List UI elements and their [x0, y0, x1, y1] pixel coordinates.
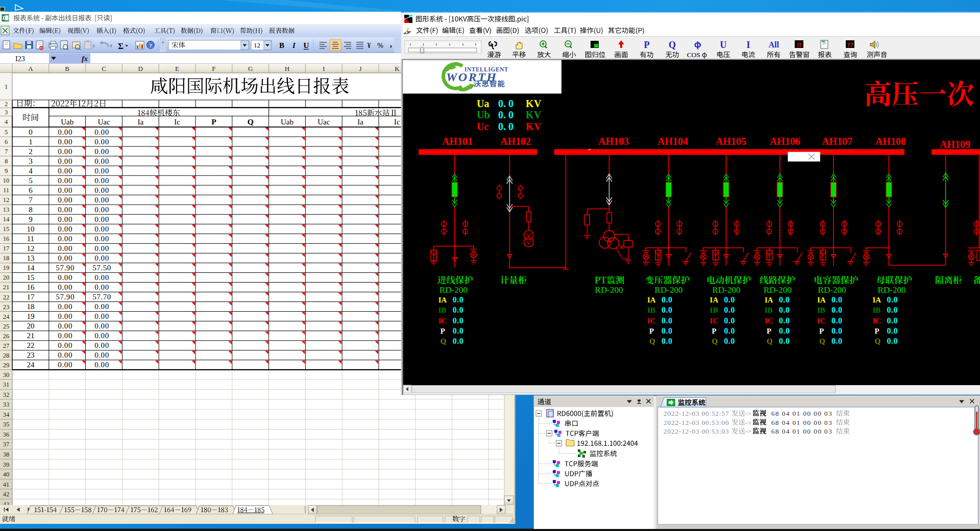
svg-text:0.00: 0.00 [58, 215, 72, 223]
svg-text:23: 23 [3, 304, 10, 311]
svg-text:K: K [395, 65, 400, 72]
svg-text:0.00: 0.00 [94, 186, 109, 194]
svg-text:IC: IC [873, 317, 881, 325]
svg-text:0.00: 0.00 [94, 283, 109, 291]
svg-text:IA: IA [710, 296, 719, 304]
svg-text:0.0: 0.0 [779, 337, 790, 345]
svg-text:Σ: Σ [118, 41, 124, 51]
svg-text:Uac: Uac [97, 118, 110, 126]
svg-text:2: 2 [29, 147, 33, 156]
svg-text:AH109: AH109 [940, 139, 970, 150]
svg-text:1: 1 [5, 83, 8, 90]
svg-text:0.00: 0.00 [58, 341, 72, 349]
svg-text:I23: I23 [15, 55, 25, 63]
svg-text:0.00: 0.00 [94, 341, 109, 349]
svg-text:57.50: 57.50 [92, 264, 111, 272]
svg-text:0. 0: 0. 0 [498, 98, 513, 109]
svg-text:IB: IB [710, 306, 718, 314]
svg-text:Uc: Uc [477, 121, 488, 132]
svg-text:6: 6 [29, 186, 33, 194]
svg-text:P: P [644, 40, 650, 50]
svg-text:0.0: 0.0 [779, 295, 790, 304]
svg-text:0.00: 0.00 [58, 312, 72, 320]
svg-text:P: P [649, 327, 654, 335]
svg-text:G: G [248, 65, 253, 72]
svg-text:2022-12-03 00:53:00: 2022-12-03 00:53:00 [664, 419, 729, 426]
svg-text:!!: !! [797, 41, 801, 48]
svg-text:0.0: 0.0 [724, 295, 736, 304]
svg-text:23: 23 [27, 351, 34, 359]
svg-text:1: 1 [29, 138, 33, 146]
svg-text:Q: Q [767, 337, 773, 345]
svg-text:P: P [211, 117, 216, 126]
svg-text:Uab: Uab [281, 118, 293, 126]
svg-text:Ua: Ua [477, 98, 489, 109]
svg-text:IC: IC [765, 317, 773, 325]
svg-text:28: 28 [3, 352, 10, 359]
svg-text:39: 39 [3, 461, 10, 468]
svg-text:4: 4 [29, 167, 33, 175]
svg-text:2022-12-03 00:52:57: 2022-12-03 00:52:57 [664, 410, 729, 417]
svg-text:0.00: 0.00 [94, 351, 109, 359]
svg-text:AH101: AH101 [442, 136, 473, 147]
svg-text:Q: Q [669, 40, 676, 50]
svg-text:0.0: 0.0 [831, 295, 843, 304]
svg-text:41: 41 [3, 481, 10, 488]
svg-text:C: C [102, 65, 106, 72]
svg-text:AH103: AH103 [598, 136, 629, 147]
svg-text:0.0: 0.0 [724, 326, 736, 335]
svg-text:2022-12-03 00:53:03: 2022-12-03 00:53:03 [664, 427, 729, 435]
svg-text:0.0: 0.0 [831, 316, 843, 325]
svg-text:12: 12 [254, 41, 260, 49]
svg-text:17: 17 [3, 245, 10, 252]
svg-text:0.0: 0.0 [662, 306, 673, 314]
svg-text:22: 22 [3, 294, 10, 301]
svg-text:24: 24 [27, 361, 35, 369]
svg-text:22: 22 [27, 341, 34, 349]
svg-text:0.00: 0.00 [94, 332, 109, 340]
svg-text:21: 21 [27, 332, 34, 340]
svg-text:I: I [746, 40, 750, 50]
svg-text:5: 5 [29, 176, 33, 185]
svg-text:0: 0 [29, 128, 33, 136]
svg-text:57.70: 57.70 [92, 293, 111, 301]
svg-text:0.0: 0.0 [662, 316, 673, 325]
svg-text:10: 10 [3, 177, 10, 184]
svg-text:I: I [292, 41, 296, 49]
svg-text:13: 13 [3, 206, 10, 213]
svg-text:Ia: Ia [137, 118, 143, 126]
svg-text:6: 6 [5, 138, 8, 145]
svg-text:0.0: 0.0 [453, 306, 464, 314]
svg-text:0.0: 0.0 [831, 326, 843, 335]
svg-text:AH107: AH107 [822, 136, 852, 147]
svg-text:14: 14 [3, 216, 10, 223]
svg-text:0.0: 0.0 [453, 295, 464, 304]
svg-text:¥: ¥ [368, 42, 371, 49]
svg-text:0.00: 0.00 [58, 225, 72, 233]
svg-text:20: 20 [27, 322, 34, 330]
svg-text:P: P [819, 327, 824, 335]
svg-text:68 04 01 00 00 03: 68 04 01 00 00 03 [771, 427, 832, 435]
svg-text:INTELLIGENT: INTELLIGENT [464, 66, 508, 72]
svg-text:0.00: 0.00 [94, 312, 109, 320]
svg-text:0.0: 0.0 [887, 316, 898, 325]
svg-text:33: 33 [3, 401, 10, 408]
svg-text:0.00: 0.00 [58, 322, 72, 330]
svg-text:RD-200: RD-200 [595, 285, 623, 295]
svg-text:0.00: 0.00 [58, 157, 72, 165]
svg-text:0.00: 0.00 [58, 235, 72, 243]
svg-text:J: J [359, 65, 362, 72]
svg-text:31: 31 [3, 381, 10, 388]
svg-text:Q: Q [248, 117, 254, 126]
svg-text:42: 42 [3, 491, 10, 498]
svg-text:21: 21 [3, 284, 10, 291]
svg-text:34: 34 [3, 411, 10, 418]
svg-text:0.00: 0.00 [94, 206, 109, 214]
svg-text:AH105: AH105 [716, 136, 746, 147]
svg-text:A: A [28, 65, 33, 72]
svg-text:E: E [175, 65, 179, 72]
svg-text:32: 32 [3, 391, 10, 398]
svg-text:Ic: Ic [394, 118, 400, 126]
svg-text:Uab: Uab [61, 118, 74, 126]
svg-text:0. 0: 0. 0 [498, 121, 513, 132]
